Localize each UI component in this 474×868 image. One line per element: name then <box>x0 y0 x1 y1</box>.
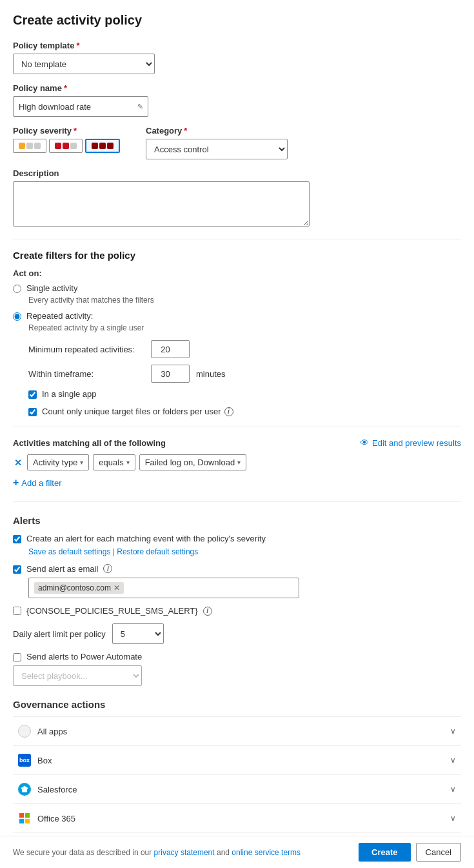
page-title: Create activity policy <box>13 13 461 28</box>
terms-link[interactable]: online service terms <box>232 848 301 857</box>
category-select[interactable]: Access control <box>146 139 288 159</box>
severity-medium-button[interactable] <box>49 139 83 153</box>
email-input-box[interactable]: admin@contoso.com ✕ <box>28 578 299 598</box>
sms-info-icon[interactable]: i <box>203 607 212 616</box>
equals-filter[interactable]: equals ▾ <box>93 454 135 470</box>
add-filter-button[interactable]: + Add a filter <box>13 477 461 489</box>
dot-darkred3 <box>107 143 114 149</box>
policy-template-select[interactable]: No template <box>13 54 155 74</box>
dot-darkred2 <box>99 143 106 149</box>
dot-darkred1 <box>92 143 98 149</box>
divider-3 <box>13 501 461 502</box>
gov-chevron-box: ∨ <box>450 756 456 765</box>
gov-icon-office365 <box>18 812 31 825</box>
sms-alert-label: {CONSOLE_POLICIES_RULE_SMS_ALERT} <box>26 606 198 616</box>
send-email-checkbox[interactable] <box>13 565 21 574</box>
dot-gray3 <box>70 143 77 149</box>
playbook-row: Select playbook... <box>13 665 461 686</box>
count-unique-info-icon[interactable]: i <box>224 407 233 416</box>
create-alert-checkbox[interactable] <box>13 535 21 543</box>
gov-name-office365: Office 365 <box>37 814 75 823</box>
gov-icon-salesforce <box>18 783 31 796</box>
edit-preview-label: Edit and preview results <box>372 438 461 448</box>
dot-gray2 <box>34 143 41 149</box>
governance-title: Governance actions <box>13 699 461 710</box>
create-alert-label: Create an alert for each matching event … <box>26 534 266 543</box>
severity-options <box>13 139 120 153</box>
gov-name-salesforce: Salesforce <box>37 785 77 794</box>
privacy-link[interactable]: privacy statement <box>154 848 215 857</box>
gov-item-allapps[interactable]: All apps ∨ <box>13 716 461 745</box>
within-timeframe-label: Within timeframe: <box>28 369 144 379</box>
power-automate-label: Send alerts to Power Automate <box>26 652 142 661</box>
activity-type-chevron: ▾ <box>80 459 83 466</box>
gov-item-office365[interactable]: Office 365 ∨ <box>13 803 461 833</box>
svg-rect-1 <box>25 813 30 818</box>
email-remove-button[interactable]: ✕ <box>114 583 120 592</box>
category-label: Category * <box>146 126 288 136</box>
svg-rect-0 <box>19 813 24 818</box>
act-on-radio-group: Single activity Every activity that matc… <box>13 283 461 332</box>
create-button[interactable]: Create <box>359 843 410 862</box>
power-automate-checkbox[interactable] <box>13 653 21 661</box>
equals-chevron: ▾ <box>126 459 130 466</box>
gov-chevron-allapps: ∨ <box>450 727 456 736</box>
footer-bar: We secure your data as described in our … <box>0 836 474 868</box>
policy-severity-label: Policy severity * <box>13 126 120 136</box>
act-on-label: Act on: <box>13 268 461 278</box>
gov-item-salesforce[interactable]: Salesforce ∨ <box>13 774 461 803</box>
minutes-label: minutes <box>196 369 226 379</box>
count-unique-label: Count only unique target files or folder… <box>42 407 221 416</box>
gov-name-box: Box <box>37 756 52 765</box>
description-textarea[interactable] <box>13 181 310 227</box>
dot-red1 <box>55 143 61 149</box>
restore-default-link[interactable]: Restore default settings <box>117 547 198 556</box>
remove-filter-button[interactable]: ✕ <box>13 458 23 468</box>
activity-type-filter[interactable]: Activity type ▾ <box>27 454 89 470</box>
value-filter[interactable]: Failed log on, Download ▾ <box>139 454 246 470</box>
dot-red2 <box>63 143 69 149</box>
email-field-container: admin@contoso.com ✕ <box>28 578 461 598</box>
min-repeated-label: Minimum repeated activities: <box>28 345 144 354</box>
svg-rect-2 <box>19 819 24 823</box>
save-default-link[interactable]: Save as default settings <box>28 547 110 556</box>
single-app-label: In a single app <box>42 389 97 399</box>
send-email-info-icon[interactable]: i <box>103 564 112 573</box>
sms-check-row: {CONSOLE_POLICIES_RULE_SMS_ALERT} i <box>13 606 461 616</box>
daily-limit-label: Daily alert limit per policy <box>13 629 106 639</box>
severity-high-button[interactable] <box>85 139 120 153</box>
activities-matching-title: Activities matching all of the following <box>13 438 166 448</box>
filters-section-title: Create filters for the policy <box>13 250 461 261</box>
policy-name-input[interactable] <box>13 96 148 117</box>
sms-alert-checkbox[interactable] <box>13 607 21 615</box>
single-activity-radio[interactable] <box>13 285 21 293</box>
gov-name-allapps: All apps <box>37 727 67 736</box>
svg-rect-3 <box>25 819 30 823</box>
policy-template-label: Policy template * <box>13 41 461 50</box>
alerts-title: Alerts <box>13 515 461 526</box>
count-unique-checkbox[interactable] <box>28 408 37 416</box>
plus-icon: + <box>13 477 19 489</box>
playbook-select[interactable]: Select playbook... <box>13 665 142 686</box>
footer-text: We secure your data as described in our … <box>13 848 301 857</box>
single-activity-label: Single activity <box>26 283 77 293</box>
edit-preview-link[interactable]: 👁 Edit and preview results <box>360 438 461 448</box>
equals-label: equals <box>99 458 123 467</box>
min-repeated-input[interactable] <box>151 340 190 358</box>
gov-item-box[interactable]: box Box ∨ <box>13 745 461 774</box>
single-app-checkbox[interactable] <box>28 390 37 399</box>
severity-low-button[interactable] <box>13 139 46 153</box>
within-timeframe-input[interactable] <box>151 365 190 383</box>
repeated-activity-radio[interactable] <box>13 312 21 321</box>
cancel-button[interactable]: Cancel <box>416 843 461 862</box>
gov-chevron-office365: ∨ <box>450 814 456 823</box>
gov-icon-box: box <box>18 754 31 767</box>
description-label: Description <box>13 168 461 178</box>
dot-orange <box>19 143 25 149</box>
value-chevron: ▾ <box>237 459 241 466</box>
dot-gray1 <box>26 143 33 149</box>
add-filter-label: Add a filter <box>21 478 61 488</box>
policy-name-label: Policy name * <box>13 83 461 93</box>
daily-limit-select[interactable]: 5 <box>112 623 164 644</box>
gov-icon-allapps <box>18 725 31 738</box>
